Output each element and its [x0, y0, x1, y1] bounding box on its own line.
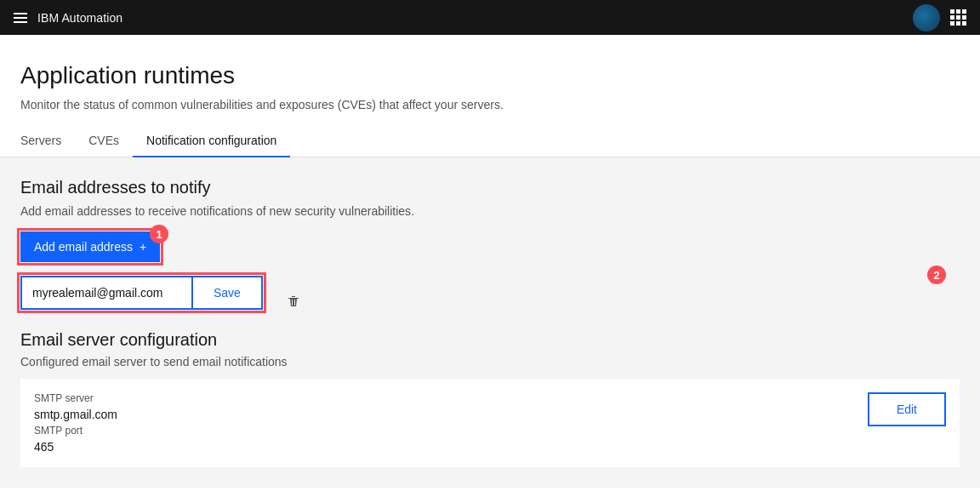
smtp-port-value: 465	[34, 440, 117, 454]
edit-button[interactable]: Edit	[868, 392, 946, 426]
app-title: IBM Automation	[37, 11, 122, 25]
server-card: SMTP server smtp.gmail.com SMTP port 465…	[20, 379, 960, 467]
smtp-server-label: SMTP server	[34, 392, 117, 404]
page-title: Application runtimes	[20, 62, 960, 89]
add-email-button-wrapper: Add email address + 1	[20, 231, 160, 276]
email-input-area: Save	[20, 276, 960, 330]
email-section-title: Email addresses to notify	[20, 178, 960, 197]
add-email-label: Add email address	[34, 240, 133, 254]
menu-icon[interactable]	[14, 13, 27, 23]
smtp-server-value: smtp.gmail.com	[34, 408, 117, 421]
tab-cves[interactable]: CVEs	[75, 125, 133, 157]
server-info: SMTP server smtp.gmail.com SMTP port 465	[34, 392, 117, 454]
save-button[interactable]: Save	[193, 276, 263, 310]
main-content: Application runtimes Monitor the status …	[0, 35, 980, 497]
email-input[interactable]	[20, 276, 193, 310]
email-row-wrapper: 2 Save	[20, 276, 960, 330]
tab-bar: Servers CVEs Notification configuration	[0, 125, 980, 157]
delete-email-button[interactable]	[276, 288, 311, 319]
step-badge-1: 1	[150, 225, 168, 243]
add-email-button[interactable]: Add email address +	[20, 231, 160, 262]
add-email-plus-icon: +	[140, 240, 146, 254]
email-section-desc: Add email addresses to receive notificat…	[20, 204, 960, 218]
nav-left: IBM Automation	[14, 11, 122, 25]
page-header: Application runtimes Monitor the status …	[0, 35, 980, 125]
smtp-port-label: SMTP port	[34, 425, 117, 437]
server-section-desc: Configured email server to send email no…	[20, 355, 960, 368]
tab-notification-configuration[interactable]: Notification configuration	[133, 125, 290, 157]
user-avatar[interactable]	[913, 4, 940, 31]
step-badge-2: 2	[927, 266, 946, 284]
nav-right	[913, 4, 966, 31]
tab-servers[interactable]: Servers	[20, 125, 75, 157]
server-section-title: Email server configuration	[20, 330, 960, 350]
email-input-row: Save	[20, 276, 263, 310]
app-grid-icon[interactable]	[950, 9, 966, 26]
content-area: Email addresses to notify Add email addr…	[0, 157, 980, 488]
page-subtitle: Monitor the status of common vulnerabili…	[20, 98, 960, 111]
top-navigation: IBM Automation	[0, 0, 980, 35]
trash-icon	[287, 294, 300, 308]
